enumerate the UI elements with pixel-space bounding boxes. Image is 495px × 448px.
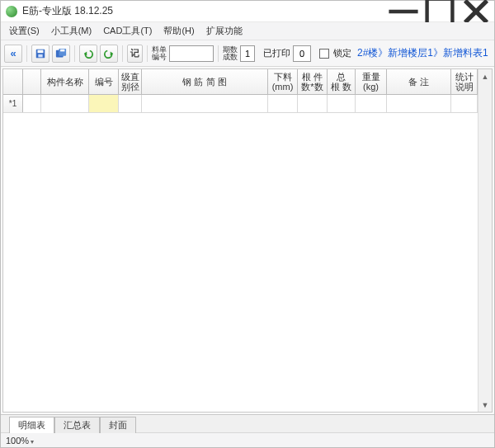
chevron-left-icon: «	[10, 47, 16, 59]
cell-note[interactable]	[387, 95, 451, 112]
sheet-tabs: 明细表 汇总表 封面	[1, 414, 494, 432]
svg-rect-1	[427, 0, 453, 24]
col-header-note[interactable]: 备 注	[387, 69, 451, 94]
separator	[74, 45, 75, 62]
col-header-wt[interactable]: 重量 (kg)	[356, 69, 387, 94]
menubar: 设置(S) 小工具(M) CAD工具(T) 帮助(H) 扩展功能	[1, 22, 494, 40]
lock-checkbox[interactable]	[319, 49, 329, 59]
scroll-up-button[interactable]: ▲	[478, 69, 492, 83]
col-header-grade[interactable]: 级直 别径	[119, 69, 142, 94]
separator	[122, 45, 123, 62]
cell-cut[interactable]	[268, 95, 298, 112]
breadcrumb[interactable]: 2#楼》新增楼层1》新增料表1	[357, 46, 488, 60]
col-header-stat[interactable]: 统计 说明	[451, 69, 478, 94]
printed-label: 已打印	[263, 47, 290, 59]
separator	[26, 45, 27, 62]
svg-rect-9	[60, 49, 64, 51]
svg-rect-5	[38, 50, 44, 53]
col-header-total[interactable]: 总 根 数	[328, 69, 356, 94]
maximize-button[interactable]	[422, 1, 458, 21]
billno-label: 料单 编号	[152, 46, 167, 61]
svg-rect-6	[38, 54, 42, 57]
save-multi-icon	[55, 48, 67, 59]
cell-wt[interactable]	[356, 95, 387, 112]
col-header-name[interactable]: 构件名称	[41, 69, 89, 94]
menu-tools[interactable]: 小工具(M)	[46, 23, 97, 39]
tab-cover[interactable]: 封面	[100, 417, 136, 433]
toolbar: « 记 料单 编号 期数 成数 已打印 锁定 2#楼》新增楼层1》新增料表1	[1, 40, 494, 67]
col-header-row[interactable]	[3, 69, 23, 94]
titlebar: E筋-专业版 18.12.25	[1, 1, 494, 22]
col-header-pcs[interactable]: 根 件 数*数	[298, 69, 328, 94]
scroll-track[interactable]	[478, 83, 492, 398]
tab-summary[interactable]: 汇总表	[54, 417, 100, 433]
window-controls	[385, 1, 494, 21]
content-area: 构件名称 编号 级直 别径 钢 筋 简 图 下料 (mm) 根 件 数*数 总 …	[2, 68, 493, 413]
save-multi-button[interactable]	[52, 45, 70, 63]
menu-cad[interactable]: CAD工具(T)	[98, 23, 157, 39]
undo-button[interactable]	[79, 45, 97, 63]
collapse-button[interactable]: «	[4, 45, 22, 63]
cell-rebar[interactable]	[142, 95, 268, 112]
minimize-button[interactable]	[385, 1, 422, 21]
grid-header: 构件名称 编号 级直 别径 钢 筋 简 图 下料 (mm) 根 件 数*数 总 …	[3, 69, 478, 95]
statusbar: 100%	[1, 432, 494, 447]
save-button[interactable]	[31, 45, 50, 63]
row-header[interactable]: *1	[3, 95, 23, 112]
record-label: 记	[130, 47, 139, 59]
cell-total[interactable]	[328, 95, 356, 112]
separator	[218, 45, 219, 62]
grid-wrap: 构件名称 编号 级直 别径 钢 筋 简 图 下料 (mm) 根 件 数*数 总 …	[3, 69, 492, 412]
cell-select[interactable]	[23, 95, 41, 112]
cycle-label: 期数 成数	[223, 46, 238, 61]
col-header-select[interactable]	[23, 69, 41, 94]
col-header-cut[interactable]: 下料 (mm)	[268, 69, 298, 94]
app-window: E筋-专业版 18.12.25 设置(S) 小工具(M) CAD工具(T) 帮助…	[0, 0, 495, 448]
close-button[interactable]	[458, 1, 494, 21]
billno-input[interactable]	[169, 45, 214, 62]
lock-label: 锁定	[333, 47, 351, 59]
menu-help[interactable]: 帮助(H)	[158, 23, 199, 39]
cell-pcs[interactable]	[298, 95, 328, 112]
col-header-rebar[interactable]: 钢 筋 简 图	[142, 69, 268, 94]
cell-grade[interactable]	[119, 95, 142, 112]
window-title: E筋-专业版 18.12.25	[22, 4, 385, 18]
printed-input[interactable]	[293, 45, 311, 62]
scroll-down-button[interactable]: ▼	[478, 398, 492, 412]
app-icon	[6, 6, 17, 17]
grid-body[interactable]: *1	[3, 95, 478, 412]
save-icon	[35, 48, 46, 59]
table-row[interactable]: *1	[3, 95, 478, 113]
record-button[interactable]: 记	[127, 45, 143, 63]
cell-num[interactable]	[89, 95, 119, 112]
menu-ext[interactable]: 扩展功能	[201, 23, 248, 39]
redo-button[interactable]	[100, 45, 118, 63]
cell-name[interactable]	[41, 95, 89, 112]
tab-detail[interactable]: 明细表	[9, 417, 54, 433]
separator	[147, 45, 148, 62]
undo-icon	[82, 48, 94, 59]
cell-stat[interactable]	[451, 95, 478, 112]
menu-settings[interactable]: 设置(S)	[4, 23, 45, 39]
col-header-num[interactable]: 编号	[89, 69, 119, 94]
zoom-dropdown[interactable]: 100%	[6, 436, 34, 446]
cycle-input[interactable]	[240, 45, 255, 62]
redo-icon	[103, 48, 115, 59]
vertical-scrollbar[interactable]: ▲ ▼	[478, 69, 492, 412]
grid-main: 构件名称 编号 级直 别径 钢 筋 简 图 下料 (mm) 根 件 数*数 总 …	[3, 69, 478, 412]
